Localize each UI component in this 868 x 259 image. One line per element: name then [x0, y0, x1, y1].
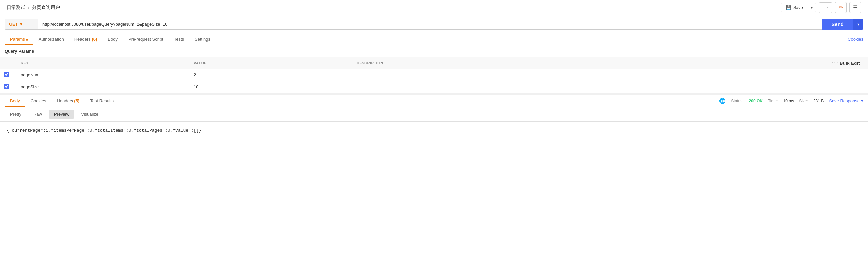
preview-tab-raw[interactable]: Raw — [28, 110, 47, 118]
col-header-actions: ··· Bulk Edit — [828, 57, 868, 69]
save-icon: 💾 — [786, 5, 791, 10]
send-button-group: Send ▾ — [822, 19, 863, 30]
more-icon: ··· — [823, 5, 829, 11]
row-key-cell: pageSize — [17, 81, 190, 93]
row-actions-cell — [828, 69, 868, 81]
save-button[interactable]: 💾 Save — [781, 3, 808, 12]
time-label: Time: — [768, 98, 778, 103]
doc-icon: ☰ — [853, 4, 858, 11]
edit-button[interactable]: ✏ — [835, 2, 847, 13]
tab-params[interactable]: Params — [5, 33, 33, 45]
row-value-cell: 10 — [190, 81, 352, 93]
row-value-value: 2 — [193, 72, 196, 77]
params-dot — [26, 39, 28, 40]
row-check-cell — [0, 81, 17, 93]
row-key-value: pageSize — [21, 84, 38, 89]
row-desc-cell — [352, 81, 828, 93]
query-params-section-label: Query Params — [0, 45, 868, 57]
table-more-icon[interactable]: ··· — [832, 60, 838, 65]
save-button-group: 💾 Save ▾ — [781, 3, 816, 12]
more-options-button[interactable]: ··· — [819, 2, 832, 13]
response-body: {"currentPage":1,"itemsPerPage":0,"total… — [0, 121, 868, 148]
size-label: Size: — [799, 98, 808, 103]
time-value: 10 ms — [783, 98, 794, 103]
tab-settings[interactable]: Settings — [189, 33, 216, 45]
top-bar: 日常测试 / 分页查询用户 💾 Save ▾ ··· ✏ ☰ — [0, 0, 868, 15]
send-button[interactable]: Send — [822, 19, 853, 30]
col-header-check — [0, 57, 17, 69]
response-tab-body[interactable]: Body — [5, 95, 25, 107]
response-tab-headers[interactable]: Headers (5) — [52, 95, 85, 107]
breadcrumb-parent: 日常测试 — [7, 5, 25, 11]
tab-headers[interactable]: Headers (6) — [69, 33, 103, 45]
preview-tabs: Pretty Raw Preview Visualize — [0, 107, 868, 121]
url-input[interactable] — [38, 19, 822, 30]
breadcrumb: 日常测试 / 分页查询用户 — [7, 5, 60, 11]
preview-tab-pretty[interactable]: Pretty — [5, 110, 27, 118]
table-row: pageNum 2 — [0, 69, 868, 81]
tab-tests[interactable]: Tests — [168, 33, 189, 45]
col-header-key: KEY — [17, 57, 190, 69]
method-chevron-icon: ▾ — [20, 22, 22, 27]
url-bar: GET ▾ Send ▾ — [0, 15, 868, 33]
send-dropdown-button[interactable]: ▾ — [853, 19, 863, 30]
save-response-button[interactable]: Save Response ▾ — [829, 98, 863, 103]
edit-icon: ✏ — [839, 4, 843, 11]
bulk-edit-button[interactable]: Bulk Edit — [840, 61, 860, 65]
table-row: pageSize 10 — [0, 81, 868, 93]
response-tab-cookies[interactable]: Cookies — [25, 95, 52, 107]
doc-button[interactable]: ☰ — [849, 2, 861, 13]
send-chevron-icon: ▾ — [857, 22, 859, 27]
row-actions-cell — [828, 81, 868, 93]
response-status-area: 🌐 Status: 200 OK Time: 10 ms Size: 231 B… — [719, 97, 863, 104]
row-key-value: pageNum — [21, 72, 39, 77]
row-key-cell: pageNum — [17, 69, 190, 81]
save-dropdown-button[interactable]: ▾ — [808, 3, 816, 12]
col-header-description: DESCRIPTION — [352, 57, 828, 69]
method-label: GET — [9, 22, 18, 27]
row-value-cell: 2 — [190, 69, 352, 81]
status-value: 200 OK — [749, 98, 763, 103]
preview-tab-visualize[interactable]: Visualize — [76, 110, 104, 118]
request-tabs: Params Authorization Headers (6) Body Pr… — [0, 33, 868, 45]
save-response-chevron-icon: ▾ — [861, 98, 863, 103]
save-label: Save — [793, 5, 803, 10]
top-actions: 💾 Save ▾ ··· ✏ ☰ — [781, 2, 861, 13]
chevron-down-icon: ▾ — [811, 5, 813, 10]
response-section: Body Cookies Headers (5) Test Results 🌐 … — [0, 93, 868, 148]
method-select[interactable]: GET ▾ — [5, 19, 38, 30]
preview-tab-preview[interactable]: Preview — [49, 110, 74, 118]
status-label: Status: — [731, 98, 743, 103]
cookies-link[interactable]: Cookies — [848, 37, 863, 41]
response-content: {"currentPage":1,"itemsPerPage":0,"total… — [7, 128, 201, 133]
breadcrumb-current: 分页查询用户 — [32, 5, 60, 11]
col-header-value: VALUE — [190, 57, 352, 69]
row-desc-cell — [352, 69, 828, 81]
response-tabs-bar: Body Cookies Headers (5) Test Results 🌐 … — [0, 95, 868, 107]
response-tab-test-results[interactable]: Test Results — [85, 95, 119, 107]
row-value-value: 10 — [193, 84, 198, 89]
params-table: KEY VALUE DESCRIPTION ··· Bulk Edit page… — [0, 57, 868, 93]
row-check-cell — [0, 69, 17, 81]
row-checkbox-1[interactable] — [4, 84, 9, 89]
globe-icon: 🌐 — [719, 97, 726, 104]
tab-prerequest[interactable]: Pre-request Script — [123, 33, 168, 45]
size-value: 231 B — [813, 98, 824, 103]
row-checkbox-0[interactable] — [4, 71, 9, 77]
tab-body[interactable]: Body — [102, 33, 123, 45]
breadcrumb-separator: / — [28, 5, 29, 10]
tab-authorization[interactable]: Authorization — [33, 33, 69, 45]
